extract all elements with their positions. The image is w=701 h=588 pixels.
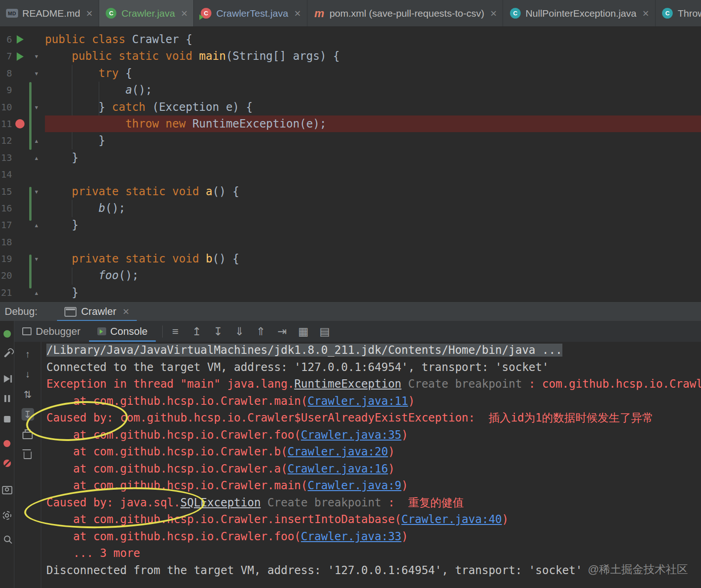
move-down-icon[interactable]: ⇓ — [233, 325, 245, 338]
file-link[interactable]: Crawler.java:11 — [308, 395, 408, 408]
debug-session-tab[interactable]: Crawler × — [57, 302, 137, 321]
fold-marker[interactable] — [28, 82, 45, 98]
editor-tab[interactable]: CThrowable.java× — [656, 0, 701, 26]
view-breakpoints-icon[interactable] — [1, 437, 13, 450]
close-icon[interactable]: × — [490, 8, 497, 19]
scroll-to-end-icon[interactable]: ↧ — [21, 408, 34, 421]
breakpoint-icon[interactable] — [15, 119, 25, 128]
arrow-down-icon[interactable]: ↓ — [21, 368, 34, 380]
gutter-marker[interactable] — [12, 31, 28, 48]
print-icon[interactable] — [21, 429, 34, 441]
code-line[interactable]: 21▴ } — [0, 284, 701, 301]
pause-icon[interactable] — [1, 392, 13, 405]
code-line[interactable]: 19▾ private static void b() { — [0, 250, 701, 267]
gutter-marker[interactable] — [12, 65, 28, 82]
fold-marker[interactable] — [28, 267, 45, 284]
file-link[interactable]: Crawler.java:9 — [308, 479, 401, 492]
gutter-marker[interactable] — [12, 217, 28, 233]
fold-marker[interactable]: ▾ — [28, 250, 45, 267]
code-line[interactable]: 10▾ } catch (Exception e) { — [0, 99, 701, 115]
gutter-marker[interactable] — [12, 48, 28, 64]
fold-marker[interactable]: ▾ — [28, 99, 45, 115]
fold-marker[interactable]: ▾ — [28, 183, 45, 200]
code-line[interactable]: 11 throw new RuntimeException(e); — [0, 115, 701, 132]
code-line[interactable]: 16 b(); — [0, 200, 701, 217]
code-line[interactable]: 17▴ } — [0, 217, 701, 233]
scroll-up-icon[interactable]: ↥ — [191, 325, 203, 338]
scroll-down-icon[interactable]: ↧ — [212, 325, 224, 338]
close-icon[interactable]: × — [181, 8, 187, 19]
gutter-marker[interactable] — [12, 82, 28, 98]
file-link[interactable]: Crawler.java:35 — [301, 428, 401, 441]
thread-dump-camera-icon[interactable] — [1, 484, 13, 496]
debug-tool-icon[interactable] — [1, 327, 13, 340]
code-line[interactable]: 7▾ public static void main(String[] args… — [0, 48, 701, 64]
gutter-marker[interactable] — [12, 250, 28, 267]
console-settings-icon[interactable]: ▤ — [319, 325, 331, 338]
wrench-icon[interactable] — [1, 348, 13, 360]
close-icon[interactable]: × — [643, 8, 649, 19]
editor-tab[interactable]: CNullPointerException.java× — [503, 0, 655, 26]
tab-console[interactable]: Console — [89, 321, 156, 342]
code-line[interactable]: 13▴ } — [0, 149, 701, 166]
fold-marker[interactable]: ▾ — [28, 65, 45, 82]
fold-marker[interactable]: ▴ — [28, 132, 45, 149]
arrow-up-icon[interactable]: ↑ — [21, 348, 34, 360]
file-link[interactable]: Crawler.java:16 — [287, 462, 388, 475]
gutter-marker[interactable] — [12, 166, 28, 183]
fold-marker[interactable] — [28, 115, 45, 132]
code-line[interactable]: 9 a(); — [0, 82, 701, 98]
close-icon[interactable]: × — [294, 8, 301, 19]
stop-icon[interactable] — [1, 413, 13, 425]
code-line[interactable]: 6public class Crawler { — [0, 31, 701, 48]
code-editor[interactable]: 6public class Crawler {7▾ public static … — [0, 27, 701, 301]
clear-trash-icon[interactable] — [21, 449, 34, 461]
gutter-marker[interactable] — [12, 284, 28, 301]
code-line[interactable]: 18 — [0, 234, 701, 250]
run-icon[interactable] — [17, 52, 24, 61]
code-line[interactable]: 12▴ } — [0, 132, 701, 149]
editor-tab[interactable]: MDREADME.md× — [0, 0, 99, 26]
gutter-marker[interactable] — [12, 234, 28, 250]
code-line[interactable]: 14 — [0, 166, 701, 183]
file-link[interactable]: Crawler.java:20 — [287, 445, 388, 458]
exception-link[interactable]: RuntimeException — [294, 377, 401, 390]
fold-marker[interactable]: ▴ — [28, 149, 45, 166]
gutter-marker[interactable] — [12, 149, 28, 166]
resume-icon[interactable] — [1, 372, 13, 385]
fold-marker[interactable] — [28, 200, 45, 217]
tab-debugger[interactable]: Debugger — [14, 321, 89, 342]
jump-to-end-icon[interactable]: ⇥ — [276, 325, 288, 338]
close-icon[interactable]: × — [86, 8, 93, 19]
gutter-marker[interactable] — [12, 200, 28, 217]
editor-tab[interactable]: CCrawler.java× — [99, 0, 194, 26]
gutter-marker[interactable] — [12, 183, 28, 200]
code-line[interactable]: 15▾ private static void a() { — [0, 183, 701, 200]
file-link[interactable]: Crawler.java:33 — [301, 530, 401, 543]
code-line[interactable]: 20 foo(); — [0, 267, 701, 284]
exception-link[interactable]: SQLException — [180, 496, 261, 509]
restore-layout-icon[interactable]: ▦ — [297, 325, 309, 338]
console-output[interactable]: /Library/Java/JavaVirtualMachines/jdk1.8… — [41, 342, 701, 588]
settings-gear-icon[interactable] — [1, 509, 13, 522]
gutter-marker[interactable] — [12, 115, 28, 132]
fold-marker[interactable] — [28, 31, 45, 48]
sort-arrows-icon[interactable]: ⇅ — [21, 388, 34, 401]
soft-wrap-icon[interactable]: ≡ — [169, 325, 181, 338]
gutter-marker[interactable] — [12, 267, 28, 284]
editor-tab[interactable]: CCrawlerTest.java× — [194, 0, 307, 26]
gutter-marker[interactable] — [12, 99, 28, 115]
file-link[interactable]: Crawler.java:40 — [401, 513, 502, 526]
editor-tab[interactable]: mpom.xml (save-pull-requests-to-csv)× — [307, 0, 503, 26]
code-line[interactable]: 8▾ try { — [0, 65, 701, 82]
pin-icon[interactable] — [1, 532, 13, 545]
run-icon[interactable] — [17, 35, 24, 44]
gutter-marker[interactable] — [12, 132, 28, 149]
close-icon[interactable]: × — [123, 306, 129, 317]
fold-marker[interactable] — [28, 166, 45, 183]
mute-breakpoints-icon[interactable] — [1, 457, 13, 469]
fold-marker[interactable]: ▾ — [28, 48, 45, 64]
fold-marker[interactable]: ▴ — [28, 284, 45, 301]
fold-marker[interactable]: ▴ — [28, 217, 45, 233]
move-up-icon[interactable]: ⇑ — [255, 325, 267, 338]
